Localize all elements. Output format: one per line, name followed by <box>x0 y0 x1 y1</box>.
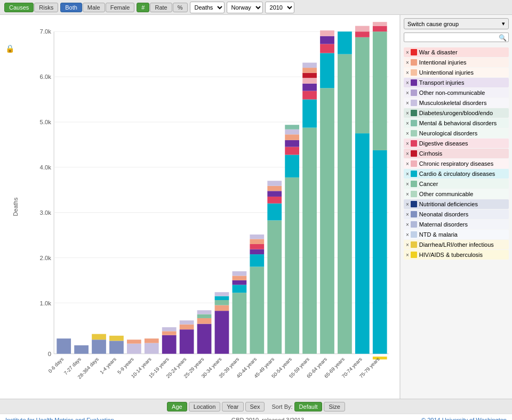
legend-color-box <box>411 130 417 136</box>
legend-item-label: Chronic respiratory diseases <box>419 160 493 167</box>
svg-rect-58 <box>267 181 282 186</box>
legend-item-label: Musculoskeletal disorders <box>419 100 487 106</box>
legend-x-mark: × <box>406 252 409 258</box>
svg-rect-31 <box>180 325 194 330</box>
legend-color-box <box>411 79 417 86</box>
svg-rect-33 <box>197 324 212 354</box>
svg-rect-51 <box>250 239 264 244</box>
lock-icon[interactable]: 🔒 <box>5 44 14 53</box>
legend-item-label: HIV/AIDS & tuberculosis <box>419 252 483 258</box>
svg-rect-78 <box>320 30 334 36</box>
size-sort-button[interactable]: Size <box>324 402 345 411</box>
year-button[interactable]: Year <box>222 402 243 411</box>
legend-item[interactable]: × HIV/AIDS & tuberculosis <box>404 250 509 260</box>
male-button[interactable]: Male <box>83 3 105 12</box>
risks-button[interactable]: Risks <box>34 3 58 12</box>
causes-risks-group: Causes Risks <box>4 3 58 12</box>
legend-item[interactable]: × Unintentional injuries <box>404 68 509 77</box>
hash-button[interactable]: # <box>137 3 149 12</box>
sex-button[interactable]: Sex <box>245 402 265 411</box>
percent-button[interactable]: % <box>173 3 188 12</box>
legend-x-mark: × <box>406 242 409 248</box>
legend-item-label: Nutritional deficiencies <box>419 201 478 207</box>
legend-item[interactable]: × NTD & malaria <box>404 230 509 239</box>
legend-item[interactable]: × Chronic respiratory diseases <box>404 159 509 168</box>
legend-item[interactable]: × Nutritional deficiencies <box>404 199 509 209</box>
sex-group: Both Male Female <box>60 3 134 12</box>
switch-cause-button[interactable]: Switch cause group ▾ <box>404 18 509 29</box>
legend-color-box <box>411 241 417 248</box>
legend-color-box <box>411 69 417 76</box>
legend-x-mark: × <box>406 212 409 217</box>
switch-cause-arrow: ▾ <box>502 20 505 27</box>
footer: Institute for Health Metrics and Evaluat… <box>0 414 512 420</box>
svg-rect-48 <box>250 254 264 266</box>
svg-rect-24 <box>127 340 141 343</box>
svg-rect-22 <box>109 336 124 341</box>
legend-item[interactable]: × Cirrhosis <box>404 149 509 158</box>
ihme-link[interactable]: Institute for Health Metrics and Evaluat… <box>5 417 114 421</box>
svg-rect-57 <box>267 186 282 191</box>
legend-item[interactable]: × Intentional injuries <box>404 58 509 67</box>
svg-rect-21 <box>109 341 124 353</box>
legend-item[interactable]: × Musculoskeletal disorders <box>404 98 509 108</box>
measure-type-group: # Rate % <box>137 3 187 12</box>
svg-rect-28 <box>162 331 177 335</box>
legend-item[interactable]: × Cardio & circulatory diseases <box>404 169 509 179</box>
svg-text:1.0k: 1.0k <box>40 300 52 306</box>
legend-item-label: War & disaster <box>419 49 458 55</box>
uw-link[interactable]: © 2014 University of Washington <box>421 417 507 421</box>
svg-text:1-4 years: 1-4 years <box>99 356 117 375</box>
svg-rect-17 <box>57 338 71 354</box>
svg-rect-43 <box>233 285 247 293</box>
svg-rect-77 <box>320 36 334 44</box>
svg-rect-73 <box>302 63 317 68</box>
legend-item-label: Transport injuries <box>419 79 465 86</box>
legend-x-mark: × <box>406 110 409 116</box>
legend-item-label: Neurological disorders <box>419 130 477 136</box>
legend-item[interactable]: × Diabetes/urogen/blood/endo <box>404 108 509 118</box>
legend-color-box <box>411 150 417 157</box>
legend-item[interactable]: × Cancer <box>404 179 509 189</box>
legend-x-mark: × <box>406 70 409 76</box>
legend-x-mark: × <box>406 131 409 136</box>
legend-item[interactable]: × Other non-communicable <box>404 88 509 98</box>
svg-rect-64 <box>285 130 299 135</box>
legend-x-mark: × <box>406 191 409 197</box>
country-dropdown[interactable]: Norway <box>227 2 263 13</box>
legend-color-box <box>411 90 417 96</box>
default-sort-button[interactable]: Default <box>294 402 323 411</box>
measure-dropdown[interactable]: Deaths <box>190 2 225 13</box>
legend-x-mark: × <box>406 181 409 187</box>
legend-item[interactable]: × Mental & behavioral disorders <box>404 118 509 128</box>
age-button[interactable]: Age <box>167 402 187 411</box>
svg-rect-38 <box>215 305 229 311</box>
year-dropdown[interactable]: 2010 <box>265 2 294 13</box>
svg-rect-83 <box>355 31 370 37</box>
female-button[interactable]: Female <box>106 3 135 12</box>
legend-color-box <box>411 160 417 167</box>
y-axis-label: Deaths <box>12 198 19 216</box>
legend-item[interactable]: × Transport injuries <box>404 78 509 87</box>
svg-rect-54 <box>267 204 282 221</box>
legend-item[interactable]: × Neurological disorders <box>404 128 509 138</box>
legend-x-mark: × <box>406 232 409 238</box>
legend-x-mark: × <box>406 80 409 86</box>
causes-button[interactable]: Causes <box>4 3 34 12</box>
legend-item-label: Digestive diseases <box>419 140 468 147</box>
legend-item-label: Other communicable <box>419 191 474 197</box>
both-button[interactable]: Both <box>60 3 82 12</box>
svg-rect-25 <box>145 343 159 354</box>
legend-color-box <box>411 191 417 197</box>
legend-item[interactable]: × Digestive diseases <box>404 139 509 148</box>
legend-search-input[interactable] <box>404 33 509 42</box>
legend-item[interactable]: × Maternal disorders <box>404 220 509 229</box>
rate-button[interactable]: Rate <box>150 3 172 12</box>
legend-item[interactable]: × War & disaster <box>404 47 509 57</box>
main-area: 🔒 Deaths 7.0k 6.0k 5.0k 4.0k 3.0k 2.0k 1… <box>0 15 512 399</box>
legend-item[interactable]: × Other communicable <box>404 189 509 199</box>
legend-item[interactable]: × Neonatal disorders <box>404 209 509 219</box>
legend-item[interactable]: × Diarrhea/LRI/other infectious <box>404 240 509 249</box>
location-button[interactable]: Location <box>189 402 221 411</box>
svg-rect-41 <box>215 292 229 296</box>
